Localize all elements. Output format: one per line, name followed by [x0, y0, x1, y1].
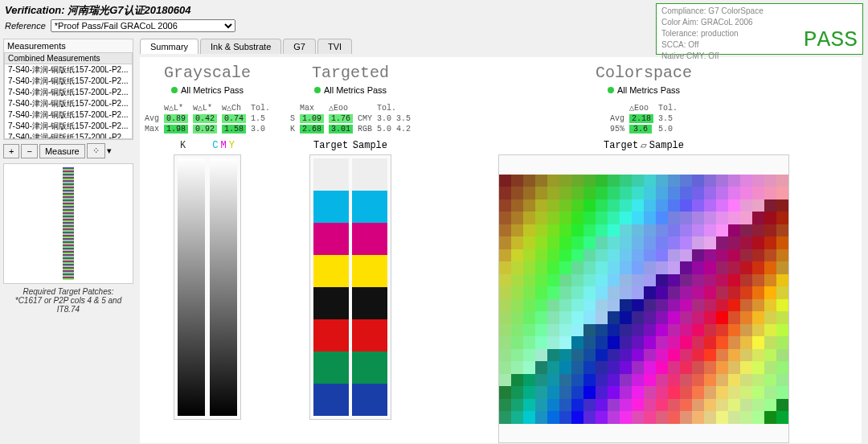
nativecmy-line: Native CMY: Off	[661, 51, 804, 62]
list-item[interactable]: 7-S40-津润-铜版纸157-200L-P2...	[5, 76, 132, 87]
coloraim-line: Color Aim: GRACoL 2006	[661, 17, 804, 28]
pass-dot-icon	[608, 87, 614, 93]
colorspace-chart	[498, 154, 789, 443]
list-item[interactable]: 7-S40-津润-铜版纸157-200L-P2...	[5, 121, 132, 132]
pass-result: PASS	[804, 27, 858, 52]
content: Summary Ink & Substrate G7 TVI Grayscale…	[137, 35, 868, 444]
sidebar: Measurements Combined Measurements 7-S40…	[0, 35, 137, 444]
compliance-panel: Compliance: G7 ColorSpace Color Aim: GRA…	[656, 3, 863, 55]
tolerance-line: Tolerance: production	[661, 28, 804, 39]
colorspace-panel: Colorspace All Metrics Pass △EooTol. Avg…	[429, 64, 858, 443]
list-header: Combined Measurements	[5, 53, 132, 64]
measurements-title: Measurements	[4, 39, 133, 52]
colorspace-pass: All Metrics Pass	[617, 85, 680, 95]
grayscale-title: Grayscale	[164, 64, 251, 82]
targeted-metrics: Max△EooTol. S1.091.76CMY3.0 3.5 K2.683.0…	[287, 101, 414, 135]
grayscale-panel: Grayscale All Metrics Pass w△L*w△L*w△ChT…	[143, 64, 272, 443]
list-item[interactable]: 7-S40-津润-铜版纸157-200L-P2...	[5, 98, 132, 109]
config-button[interactable]: ⁘	[87, 143, 105, 158]
required-patches-label: Required Target Patches:	[3, 287, 133, 296]
reference-select[interactable]: *Proof Pass/Fail GRACoL 2006	[51, 19, 235, 32]
targeted-pass: All Metrics Pass	[324, 85, 387, 95]
add-button[interactable]: +	[3, 144, 19, 158]
list-item[interactable]: 7-S40-津润-铜版纸157-200L-P2...	[5, 64, 132, 76]
tab-summary[interactable]: Summary	[140, 39, 199, 54]
pass-dot-icon	[314, 87, 321, 93]
targeted-title: Targeted	[312, 64, 389, 82]
grayscale-pass: All Metrics Pass	[181, 85, 244, 95]
tab-tvi[interactable]: TVI	[317, 39, 352, 54]
list-item[interactable]: 7-S40-津润-铜版纸157-200L-P2...	[5, 87, 132, 98]
reference-label: Reference	[5, 21, 46, 31]
targeted-strips	[309, 154, 391, 420]
colorspace-metrics: △EooTol. Avg2.183.5 95%3.65.0	[607, 101, 681, 135]
pass-dot-icon	[171, 87, 178, 93]
tab-ink-substrate[interactable]: Ink & Substrate	[200, 39, 281, 54]
measurements-list[interactable]: Combined Measurements 7-S40-津润-铜版纸157-20…	[4, 52, 133, 139]
patch-preview	[3, 163, 133, 284]
grayscale-metrics: w△L*w△L*w△ChTol. Avg0.890.420.741.5 Max1…	[141, 101, 273, 135]
required-patches-detail: *C1617 or P2P cols 4 & 5 and IT8.74	[3, 296, 133, 314]
grayscale-strips	[174, 154, 241, 420]
targeted-panel: Targeted All Metrics Pass Max△EooTol. S1…	[286, 64, 415, 443]
remove-button[interactable]: −	[21, 144, 37, 158]
list-item[interactable]: 7-S40-津润-铜版纸157-200L-P2...	[5, 109, 132, 121]
compliance-line: Compliance: G7 ColorSpace	[661, 6, 804, 17]
dropdown-icon[interactable]: ▾	[107, 146, 112, 156]
scca-line: SCCA: Off	[661, 39, 804, 51]
colorspace-title: Colorspace	[596, 64, 692, 82]
list-item[interactable]: 7-S40-津润-铜版纸157-200L-P2...	[5, 132, 132, 139]
measure-button[interactable]: Measure	[39, 144, 85, 158]
tab-g7[interactable]: G7	[283, 39, 316, 54]
patch-strip-icon	[63, 167, 74, 280]
